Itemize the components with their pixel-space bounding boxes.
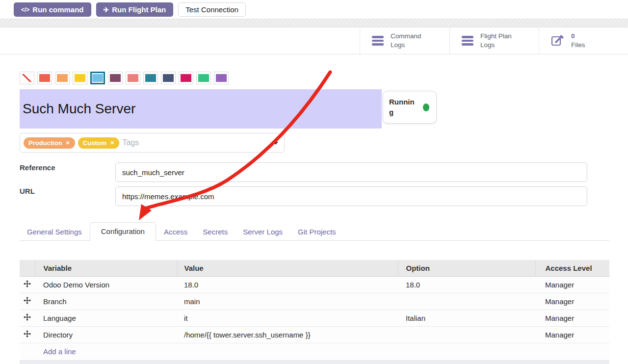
status-running-dot [423,104,429,111]
add-a-line-link[interactable]: Add a line [35,343,609,360]
plane-icon: ✈ [104,6,109,14]
cell-access-level[interactable]: Manager [535,326,609,343]
access-level-column-header[interactable]: Access Level [535,260,609,276]
tab-general-settings[interactable]: General Settings [20,223,89,240]
stat-button-group: Command Logs Flight Plan Logs [360,27,628,54]
cell-option[interactable]: Italian [398,310,535,326]
color-swatch[interactable] [196,72,211,84]
tab-server-logs[interactable]: Server Logs [236,223,290,240]
tags-placeholder: Tags [122,138,139,147]
cell-value[interactable]: /home/{{ tower.server.ssh_username }} [177,326,398,343]
flight-plan-logs-stat-button[interactable]: Flight Plan Logs [449,27,539,54]
flight-plan-logs-line2: Logs [480,41,495,49]
tag-production-label: Production [28,139,62,147]
remove-tag-icon[interactable]: ✕ [110,140,114,146]
status-widget[interactable]: Running [383,91,437,124]
edit-square-icon [551,33,564,49]
run-flight-plan-button[interactable]: ✈ Run Flight Plan [96,2,174,17]
cell-variable[interactable]: Language [35,310,177,326]
tag-custom-label: Custom [83,139,106,147]
url-input[interactable] [115,186,587,206]
form-header-band: Command Logs Flight Plan Logs [0,27,628,54]
tab-git-projects[interactable]: Git Projects [290,223,343,240]
handle-column-header [20,260,35,276]
color-swatch[interactable] [214,72,229,84]
reference-label: Reference [20,163,55,172]
top-action-bar: </> Run command ✈ Run Flight Plan Test C… [14,2,246,17]
cell-access-level[interactable]: Manager [535,293,609,310]
tab-access[interactable]: Access [157,223,195,240]
run-flight-plan-label: Run Flight Plan [112,5,166,14]
variable-column-header[interactable]: Variable [35,260,177,276]
run-command-button[interactable]: </> Run command [14,2,91,17]
color-swatch[interactable] [73,72,87,84]
command-logs-stat-button[interactable]: Command Logs [360,27,449,54]
page-title: Such Much Server [23,101,135,117]
list-icon [372,36,384,46]
cell-value[interactable]: it [177,310,398,326]
tab-secrets[interactable]: Secrets [195,223,235,240]
files-label: Files [571,41,585,49]
color-swatch[interactable] [37,72,52,84]
color-palette [20,72,229,84]
annotation-arrow-head [139,204,152,220]
table-row[interactable]: Language it Italian Manager [20,310,609,326]
chevron-down-icon[interactable] [273,142,278,145]
textured-divider-strip [0,19,628,27]
record-title-block[interactable]: Such Much Server [20,89,382,129]
table-row[interactable]: Odoo Demo Version 18.0 18.0 Manager [20,276,609,293]
color-swatch[interactable] [179,72,193,84]
command-logs-line2: Logs [391,41,405,49]
table-header-row: Variable Value Option Access Level [20,260,609,276]
list-icon [462,36,473,46]
color-swatch[interactable] [161,72,176,84]
option-column-header[interactable]: Option [398,260,535,276]
table-row[interactable]: Directory /home/{{ tower.server.ssh_user… [20,326,609,343]
value-column-header[interactable]: Value [177,260,398,276]
next-section-strip [20,360,609,364]
command-logs-line1: Command [391,32,421,40]
tag-production[interactable]: Production ✕ [24,137,75,149]
tab-configuration[interactable]: Configuration [90,222,156,241]
color-swatch[interactable] [108,72,123,84]
cell-variable[interactable]: Odoo Demo Version [35,276,177,293]
drag-handle-icon[interactable] [20,276,35,293]
remove-tag-icon[interactable]: ✕ [66,140,70,146]
drag-handle-icon[interactable] [20,293,35,310]
flight-plan-logs-line1: Flight Plan [480,32,512,40]
test-connection-button[interactable]: Test Connection [178,2,246,17]
cell-value[interactable]: main [177,293,398,310]
cell-access-level[interactable]: Manager [535,310,609,326]
drag-handle-icon[interactable] [20,310,35,326]
cell-variable[interactable]: Branch [35,293,177,310]
code-icon: </> [21,6,29,13]
table-row[interactable]: Branch main Manager [20,293,609,310]
cell-value[interactable]: 18.0 [177,276,398,293]
color-swatch[interactable] [126,72,140,84]
drag-handle-icon[interactable] [20,326,35,343]
cell-option[interactable]: 18.0 [398,276,535,293]
notebook-tabs: General Settings Configuration Access Se… [20,222,609,241]
files-stat-button[interactable]: 0 Files [539,27,628,54]
configuration-table: Variable Value Option Access Level Odoo … [20,260,609,360]
cell-option[interactable] [398,293,535,310]
test-connection-label: Test Connection [185,5,238,14]
files-count: 0 [571,32,575,40]
color-swatch-selected[interactable] [90,72,105,84]
cell-option[interactable] [398,326,535,343]
add-line-row: Add a line [20,343,609,360]
color-swatch-none[interactable] [20,72,34,84]
reference-input[interactable] [115,162,587,182]
color-swatch[interactable] [55,72,70,84]
color-swatch[interactable] [143,72,158,84]
url-label: URL [20,187,35,195]
cell-access-level[interactable]: Manager [535,276,609,293]
tags-field[interactable]: Production ✕ Custom ✕ Tags [20,133,285,153]
status-label: Running [389,97,415,117]
run-command-label: Run command [32,5,83,14]
cell-variable[interactable]: Directory [35,326,177,343]
tag-custom[interactable]: Custom ✕ [78,137,120,149]
